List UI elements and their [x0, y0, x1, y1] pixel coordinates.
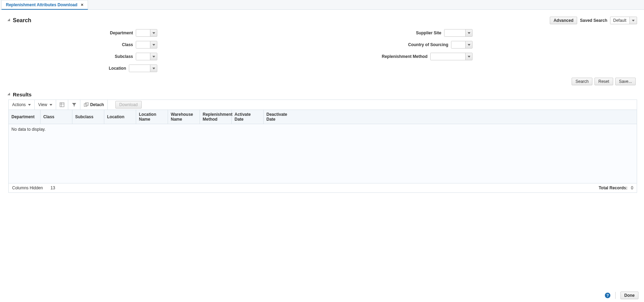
- subclass-input[interactable]: [136, 53, 150, 60]
- grid-empty-text: No data to display.: [11, 127, 46, 132]
- replenishment-method-input[interactable]: [431, 53, 465, 60]
- col-location-name[interactable]: Location Name: [136, 110, 168, 124]
- reset-button[interactable]: Reset: [594, 78, 613, 85]
- chevron-down-icon[interactable]: [150, 29, 157, 36]
- download-button[interactable]: Download: [115, 101, 141, 109]
- grid-footer: Columns Hidden 13 Total Records: 0: [9, 183, 637, 192]
- detach-button[interactable]: Detach: [80, 100, 108, 110]
- department-label: Department: [110, 31, 133, 35]
- chevron-down-icon[interactable]: [465, 41, 472, 48]
- svg-rect-0: [60, 103, 64, 107]
- grid-body: No data to display.: [9, 124, 637, 183]
- search-title-text: Search: [13, 17, 31, 24]
- format-columns-button[interactable]: [56, 100, 68, 110]
- filter-button[interactable]: [68, 100, 80, 110]
- table-icon: [60, 102, 64, 107]
- col-department[interactable]: Department: [9, 110, 41, 124]
- class-field[interactable]: [136, 41, 157, 49]
- location-field[interactable]: [129, 64, 157, 72]
- chevron-down-icon: [630, 20, 637, 21]
- actions-label: Actions: [12, 102, 26, 107]
- col-location[interactable]: Location: [104, 110, 136, 124]
- country-sourcing-input[interactable]: [451, 41, 465, 48]
- disclosure-icon[interactable]: [7, 93, 11, 96]
- detach-icon: [84, 102, 89, 107]
- total-records-value: 0: [631, 185, 633, 190]
- saved-search-dropdown[interactable]: Default: [610, 17, 637, 24]
- chevron-down-icon[interactable]: [465, 53, 472, 60]
- chevron-down-icon[interactable]: [150, 41, 157, 48]
- subclass-label: Subclass: [115, 54, 133, 59]
- chevron-down-icon[interactable]: [150, 65, 157, 72]
- country-sourcing-label: Country of Sourcing: [408, 42, 448, 47]
- filter-icon: [72, 102, 77, 107]
- columns-hidden-value: 13: [51, 185, 55, 190]
- advanced-button[interactable]: Advanced: [550, 17, 577, 24]
- columns-hidden-label: Columns Hidden: [12, 185, 43, 190]
- view-menu[interactable]: View: [35, 100, 56, 110]
- subclass-field[interactable]: [136, 53, 157, 60]
- country-sourcing-field[interactable]: [451, 41, 473, 49]
- chevron-down-icon: [28, 104, 31, 106]
- location-input[interactable]: [129, 65, 150, 72]
- supplier-site-field[interactable]: [444, 29, 473, 37]
- saved-search-value: Default: [610, 17, 630, 24]
- actions-menu[interactable]: Actions: [9, 100, 35, 110]
- location-label: Location: [109, 66, 126, 71]
- department-input[interactable]: [136, 29, 150, 36]
- tab-replenishment-attributes-download[interactable]: Replenishment Attributes Download ×: [1, 0, 88, 10]
- view-label: View: [38, 102, 47, 107]
- grid-header: Department Class Subclass Location Locat…: [9, 110, 637, 124]
- saved-search-label: Saved Search: [580, 18, 607, 23]
- total-records-label: Total Records:: [599, 185, 627, 190]
- save-button[interactable]: Save...: [615, 78, 636, 85]
- results-section-title: Results: [8, 92, 637, 97]
- search-button[interactable]: Search: [572, 78, 592, 85]
- tab-bar: Replenishment Attributes Download ×: [0, 0, 644, 10]
- chevron-down-icon[interactable]: [150, 53, 157, 60]
- chevron-down-icon: [50, 104, 52, 106]
- class-input[interactable]: [136, 41, 150, 48]
- col-class[interactable]: Class: [41, 110, 72, 124]
- results-toolbar: Actions View Detach Download: [8, 100, 637, 110]
- disclosure-icon[interactable]: [7, 18, 11, 22]
- col-warehouse-name[interactable]: Warehouse Name: [168, 110, 200, 124]
- col-replenishment-method[interactable]: Replenishment Method: [200, 110, 232, 124]
- svg-marker-3: [72, 103, 76, 106]
- department-field[interactable]: [136, 29, 157, 37]
- col-deactivate-date[interactable]: Deactivate Date: [264, 110, 295, 124]
- close-icon[interactable]: ×: [81, 2, 83, 7]
- col-activate-date[interactable]: Activate Date: [232, 110, 264, 124]
- supplier-site-input[interactable]: [444, 29, 465, 36]
- detach-label: Detach: [90, 102, 104, 107]
- tab-title: Replenishment Attributes Download: [6, 2, 77, 7]
- search-section-title: Search: [8, 17, 31, 24]
- col-subclass[interactable]: Subclass: [72, 110, 104, 124]
- supplier-site-label: Supplier Site: [416, 31, 441, 35]
- class-label: Class: [122, 42, 133, 47]
- replenishment-method-field[interactable]: [430, 53, 473, 60]
- results-grid: Department Class Subclass Location Locat…: [8, 110, 637, 193]
- replenishment-method-label: Replenishment Method: [382, 54, 427, 59]
- chevron-down-icon[interactable]: [465, 29, 472, 36]
- results-title-text: Results: [13, 92, 32, 97]
